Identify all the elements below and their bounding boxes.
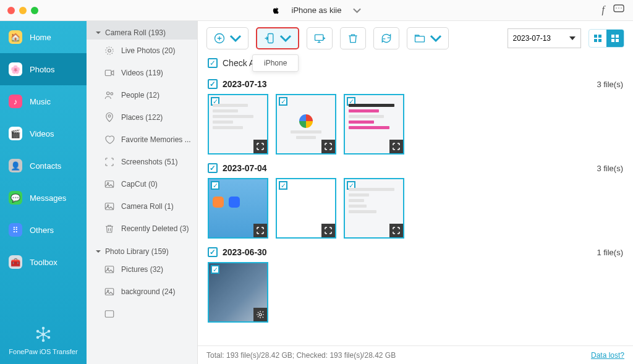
photo-thumbnail[interactable]: ✓ xyxy=(344,94,404,154)
album-button[interactable] xyxy=(407,27,449,49)
export-to-device-button[interactable]: iPhone xyxy=(256,27,299,49)
view-list-button[interactable] xyxy=(589,30,606,47)
category-item-label: Favorite Memories ... xyxy=(121,135,191,144)
view-grid-button[interactable] xyxy=(606,30,624,47)
category-item-background[interactable]: background (24) xyxy=(87,281,197,303)
add-button[interactable] xyxy=(206,27,249,49)
group-checkbox[interactable]: ✓ xyxy=(208,79,218,89)
photo-thumbnail[interactable]: ✓ xyxy=(276,178,336,239)
image-icon xyxy=(104,179,115,190)
expand-icon[interactable] xyxy=(253,140,267,153)
category-panel: Camera Roll (193) Live Photos (20) Video… xyxy=(87,21,198,364)
date-group-header[interactable]: ✓ 2023-07-04 3 file(s) xyxy=(208,163,623,173)
svg-rect-28 xyxy=(105,311,114,318)
category-item-recently-deleted[interactable]: Recently Deleted (3) xyxy=(87,218,197,240)
chevron-down-icon xyxy=(229,32,242,44)
category-item-more[interactable] xyxy=(87,303,197,325)
svg-line-12 xyxy=(38,334,43,337)
sidebar-item-home[interactable]: 🏠 Home xyxy=(0,21,87,53)
sidebar-item-contacts[interactable]: 👤 Contacts xyxy=(0,150,87,182)
grid-large-icon xyxy=(611,34,619,43)
image-icon xyxy=(104,264,115,275)
brand-logo-icon xyxy=(35,326,52,343)
others-icon: ⠿ xyxy=(9,223,22,237)
expand-icon[interactable] xyxy=(253,224,267,237)
sidebar-item-others[interactable]: ⠿ Others xyxy=(0,214,87,246)
sidebar-item-label: Contacts xyxy=(30,161,61,171)
settings-icon[interactable] xyxy=(253,308,267,321)
expand-icon[interactable] xyxy=(321,140,335,153)
group-checkbox[interactable]: ✓ xyxy=(208,163,218,173)
expand-icon[interactable] xyxy=(321,224,335,237)
category-group-photo-library[interactable]: Photo Library (159) xyxy=(87,240,197,258)
category-item-places[interactable]: Places (122) xyxy=(87,106,197,129)
heart-icon xyxy=(104,134,115,145)
delete-button[interactable] xyxy=(340,27,366,49)
expand-icon[interactable] xyxy=(389,140,403,153)
screenshot-icon xyxy=(104,156,115,167)
window-controls xyxy=(7,7,38,14)
refresh-button[interactable] xyxy=(373,27,399,49)
sidebar: 🏠 Home 🌸 Photos ♪ Music 🎬 Videos 👤 Conta… xyxy=(0,21,87,364)
photo-thumbnail[interactable]: ✓ xyxy=(276,94,336,154)
category-item-pictures[interactable]: Pictures (32) xyxy=(87,258,197,281)
export-to-pc-button[interactable] xyxy=(307,27,333,49)
date-group-header[interactable]: ✓ 2023-07-13 3 file(s) xyxy=(208,79,623,89)
sidebar-item-label: Messages xyxy=(30,193,66,203)
svg-rect-40 xyxy=(616,39,619,42)
svg-line-13 xyxy=(43,334,49,337)
category-group-label: Photo Library (159) xyxy=(105,247,169,256)
photo-grid: ✓ 2023-07-13 3 file(s) ✓ ✓ ✓ ✓ 2023-07-0… xyxy=(198,70,633,345)
category-item-label: People (12) xyxy=(121,91,159,99)
photo-thumbnail[interactable]: ✓ xyxy=(208,94,268,154)
sidebar-item-music[interactable]: ♪ Music xyxy=(0,85,87,117)
svg-rect-39 xyxy=(611,39,614,42)
to-phone-icon xyxy=(263,32,276,44)
chevron-down-icon xyxy=(430,32,442,44)
device-selector[interactable]: iPhone as kiie xyxy=(272,6,362,15)
photo-thumbnail[interactable]: ✓ xyxy=(344,178,404,239)
category-item-label: Live Photos (20) xyxy=(121,46,175,55)
close-window-button[interactable] xyxy=(7,7,15,14)
category-item-label: CapCut (0) xyxy=(121,180,158,188)
trash-icon xyxy=(347,32,359,44)
date-picker[interactable]: 2023-07-13 xyxy=(508,28,581,48)
photo-thumbnail[interactable]: ✓ xyxy=(208,262,268,323)
messages-icon: 💬 xyxy=(9,191,22,205)
minimize-window-button[interactable] xyxy=(19,7,27,14)
check-all-checkbox[interactable]: ✓ xyxy=(208,58,218,68)
category-item-videos[interactable]: Videos (119) xyxy=(87,62,197,84)
category-item-favorite-memories[interactable]: Favorite Memories ... xyxy=(87,129,197,151)
svg-point-41 xyxy=(259,313,261,316)
sidebar-item-photos[interactable]: 🌸 Photos xyxy=(0,53,87,85)
feedback-icon[interactable] xyxy=(613,4,624,17)
group-checkbox[interactable]: ✓ xyxy=(208,247,218,257)
group-count: 1 file(s) xyxy=(597,248,623,257)
expand-icon[interactable] xyxy=(389,224,403,237)
thumb-checkbox[interactable]: ✓ xyxy=(279,181,287,190)
folder-icon xyxy=(414,32,426,44)
date-group-header[interactable]: ✓ 2023-06-30 1 file(s) xyxy=(208,247,623,257)
main-panel: iPhone 2023-07-13 ✓ Check All(193) ✓ 202… xyxy=(198,21,633,364)
category-item-camera-roll[interactable]: Camera Roll (1) xyxy=(87,195,197,218)
date-value: 2023-07-13 xyxy=(513,34,551,43)
sidebar-item-toolbox[interactable]: 🧰 Toolbox xyxy=(0,246,87,278)
category-item-live-photos[interactable]: Live Photos (20) xyxy=(87,40,197,62)
sidebar-item-videos[interactable]: 🎬 Videos xyxy=(0,117,87,150)
category-item-label: Screenshots (51) xyxy=(121,158,177,166)
category-item-capcut[interactable]: CapCut (0) xyxy=(87,173,197,195)
thumb-checkbox[interactable]: ✓ xyxy=(211,265,219,274)
maximize-window-button[interactable] xyxy=(31,7,38,14)
category-item-people[interactable]: People (12) xyxy=(87,84,197,106)
sidebar-item-messages[interactable]: 💬 Messages xyxy=(0,182,87,214)
category-item-label: background (24) xyxy=(121,287,175,296)
category-group-camera-roll[interactable]: Camera Roll (193) xyxy=(87,21,197,40)
sidebar-item-label: Others xyxy=(30,226,54,235)
share-icon[interactable]: f xyxy=(602,4,605,17)
grid-small-icon xyxy=(593,34,602,43)
data-lost-link[interactable]: Data lost? xyxy=(591,351,624,360)
svg-rect-32 xyxy=(415,36,425,42)
category-item-screenshots[interactable]: Screenshots (51) xyxy=(87,151,197,173)
refresh-icon xyxy=(380,32,393,44)
photo-thumbnail[interactable]: ✓ xyxy=(208,178,268,239)
